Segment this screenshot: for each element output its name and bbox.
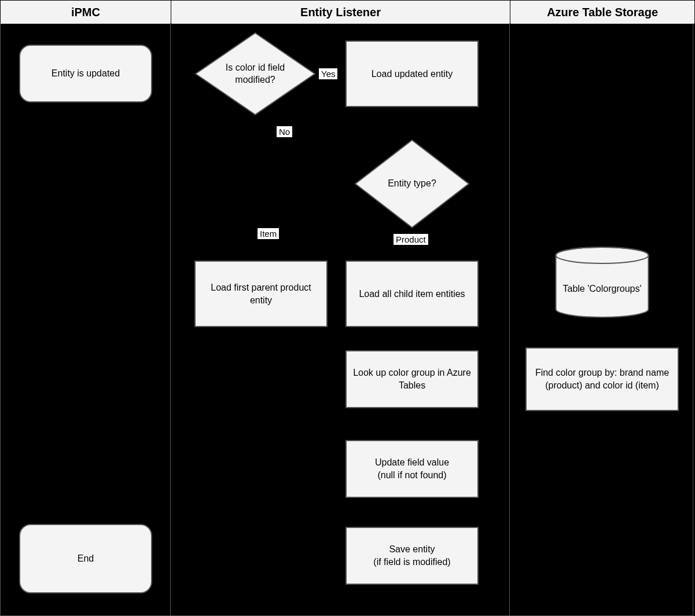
update-field-value: Update field value (null if not found) [345,440,479,498]
load-first-parent-product: Load first parent product entity [194,261,328,327]
find-color-group: Find color group by: brand name (product… [525,347,679,411]
lane-azure-table-storage [509,23,693,616]
lane-header-azure-table-storage: Azure Table Storage [510,1,695,24]
save-entity: Save entity (if field is modified) [345,527,479,585]
edge-label-no: No [277,126,292,137]
edge-label-product: Product [394,234,428,245]
edge-label-yes: Yes [319,68,337,79]
decision-entity-type: Entity type? [354,139,470,229]
lane-header-entity-listener: Entity Listener [171,1,510,24]
lookup-color-group: Look up color group in Azure Tables [345,350,479,408]
cylinder-colorgroups: Table 'Colorgroups' [554,246,650,318]
edge-label-item: Item [258,228,279,239]
load-all-child-items: Load all child item entities [345,261,479,327]
swimlane-headers: iPMC Entity Listener Azure Table Storage [0,0,695,24]
decision2-label: Entity type? [354,139,470,229]
decision1-label: Is color id field modified? [194,32,316,116]
cylinder-label: Table 'Colorgroups' [554,265,650,314]
lane-header-ipmc: iPMC [0,1,171,24]
start-node: Entity is updated [19,45,152,102]
end-node: End [19,524,152,593]
swimlane-diagram: iPMC Entity Listener Azure Table Storage… [0,0,695,616]
decision-color-id-modified: Is color id field modified? [194,32,316,116]
load-updated-entity: Load updated entity [345,41,479,107]
